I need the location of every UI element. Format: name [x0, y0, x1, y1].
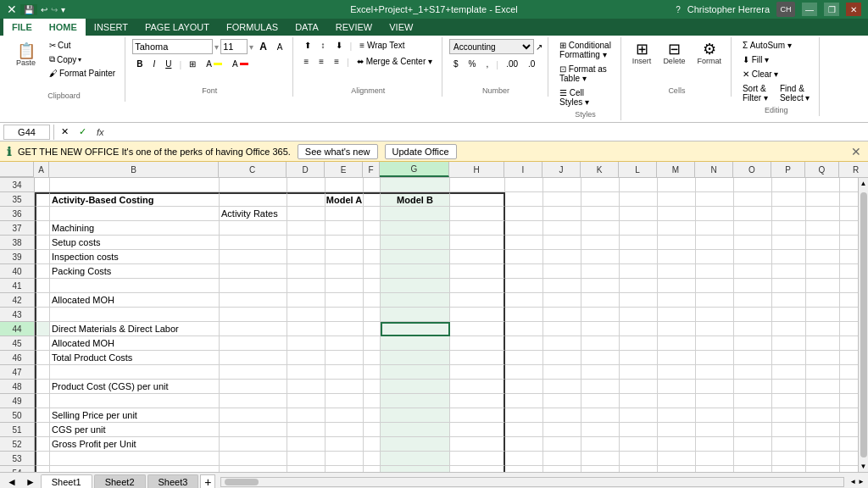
- cancel-formula-icon[interactable]: ✕: [58, 126, 72, 137]
- cell-H49[interactable]: [450, 394, 505, 408]
- cell-J36[interactable]: [543, 207, 581, 221]
- cell-O46[interactable]: [734, 351, 772, 365]
- row-header-40[interactable]: 40: [0, 264, 34, 279]
- cell-L34[interactable]: [620, 178, 658, 192]
- cell-C41[interactable]: [220, 279, 287, 293]
- row-header-34[interactable]: 34: [0, 178, 34, 192]
- cell-Q50[interactable]: [806, 408, 840, 423]
- cell-F53[interactable]: [364, 452, 381, 466]
- copy-button[interactable]: ⧉ Copy ▾: [45, 53, 120, 66]
- cell-J37[interactable]: [543, 221, 581, 236]
- cell-R40[interactable]: [840, 264, 858, 279]
- cell-O48[interactable]: [734, 380, 772, 394]
- percent-button[interactable]: %: [465, 58, 481, 70]
- col-header-E[interactable]: E: [325, 162, 363, 177]
- cell-C34[interactable]: [220, 178, 287, 192]
- middle-align-button[interactable]: ↕: [317, 39, 330, 52]
- cell-Q45[interactable]: [806, 336, 840, 351]
- cell-P48[interactable]: [772, 380, 806, 394]
- cell-A44[interactable]: [35, 322, 50, 336]
- cell-M39[interactable]: [658, 250, 696, 264]
- cell-P41[interactable]: [772, 279, 806, 293]
- cell-P39[interactable]: [772, 250, 806, 264]
- cell-B54[interactable]: [50, 466, 220, 472]
- cell-P49[interactable]: [772, 394, 806, 408]
- cell-B37[interactable]: Machining: [50, 221, 220, 236]
- cell-K38[interactable]: [581, 236, 620, 250]
- col-header-R[interactable]: R: [839, 162, 868, 177]
- cell-M46[interactable]: [658, 351, 696, 365]
- cell-J51[interactable]: [543, 423, 581, 437]
- cell-D52[interactable]: [287, 437, 326, 452]
- cell-A48[interactable]: [35, 380, 50, 394]
- cell-P35[interactable]: [772, 192, 806, 207]
- cell-N52[interactable]: [696, 437, 734, 452]
- paste-button[interactable]: 📋 Paste: [8, 39, 43, 90]
- cell-C46[interactable]: [220, 351, 287, 365]
- cell-B50[interactable]: Selling Price per unit: [50, 408, 220, 423]
- bottom-align-button[interactable]: ⬇: [331, 39, 347, 52]
- find-select-button[interactable]: Find &Select ▾: [776, 82, 815, 104]
- scroll-up-button[interactable]: ▲: [860, 180, 867, 187]
- cell-M49[interactable]: [658, 394, 696, 408]
- cell-I34[interactable]: [505, 178, 543, 192]
- cell-N35[interactable]: [696, 192, 734, 207]
- cell-I50[interactable]: [505, 408, 543, 423]
- cell-H44[interactable]: [450, 322, 505, 336]
- update-office-button[interactable]: Update Office: [385, 144, 457, 159]
- col-header-M[interactable]: M: [657, 162, 695, 177]
- cell-C54[interactable]: [220, 466, 287, 472]
- cell-H52[interactable]: [450, 437, 505, 452]
- cell-D49[interactable]: [287, 394, 326, 408]
- top-align-button[interactable]: ⬆: [300, 39, 315, 52]
- cell-Q34[interactable]: [806, 178, 840, 192]
- cell-I54[interactable]: [505, 466, 543, 472]
- cell-G52[interactable]: [381, 437, 450, 452]
- cell-L43[interactable]: [620, 308, 658, 322]
- cell-L48[interactable]: [620, 380, 658, 394]
- cell-K47[interactable]: [581, 365, 620, 380]
- h-scroll-right[interactable]: ►: [858, 478, 865, 485]
- cell-O47[interactable]: [734, 365, 772, 380]
- cell-B40[interactable]: Packing Costs: [50, 264, 220, 279]
- cell-P42[interactable]: [772, 293, 806, 308]
- cell-H34[interactable]: [450, 178, 505, 192]
- cell-B51[interactable]: CGS per unit: [50, 423, 220, 437]
- cell-N47[interactable]: [696, 365, 734, 380]
- cell-K51[interactable]: [581, 423, 620, 437]
- row-header-36[interactable]: 36: [0, 207, 34, 221]
- cell-I46[interactable]: [505, 351, 543, 365]
- cell-M47[interactable]: [658, 365, 696, 380]
- format-painter-button[interactable]: 🖌 Format Painter: [45, 67, 120, 80]
- cell-A50[interactable]: [35, 408, 50, 423]
- cell-J44[interactable]: [543, 322, 581, 336]
- cell-L44[interactable]: [620, 322, 658, 336]
- format-button[interactable]: ⚙ Format: [693, 39, 726, 68]
- cell-R41[interactable]: [840, 279, 858, 293]
- cell-A42[interactable]: [35, 293, 50, 308]
- cell-Q54[interactable]: [806, 466, 840, 472]
- cell-H39[interactable]: [450, 250, 505, 264]
- cell-M40[interactable]: [658, 264, 696, 279]
- cell-C40[interactable]: [220, 264, 287, 279]
- cell-G37[interactable]: [381, 221, 450, 236]
- cell-G43[interactable]: [381, 308, 450, 322]
- cell-E35[interactable]: Model A: [326, 192, 364, 207]
- cell-P34[interactable]: [772, 178, 806, 192]
- cell-C49[interactable]: [220, 394, 287, 408]
- cell-P50[interactable]: [772, 408, 806, 423]
- col-header-O[interactable]: O: [733, 162, 771, 177]
- cell-F40[interactable]: [364, 264, 381, 279]
- cell-L49[interactable]: [620, 394, 658, 408]
- cell-O53[interactable]: [734, 452, 772, 466]
- cell-L40[interactable]: [620, 264, 658, 279]
- cell-Q47[interactable]: [806, 365, 840, 380]
- cell-F42[interactable]: [364, 293, 381, 308]
- cell-Q46[interactable]: [806, 351, 840, 365]
- cell-E42[interactable]: [326, 293, 364, 308]
- cell-E43[interactable]: [326, 308, 364, 322]
- cell-O40[interactable]: [734, 264, 772, 279]
- cell-O42[interactable]: [734, 293, 772, 308]
- cell-R48[interactable]: [840, 380, 858, 394]
- cell-R52[interactable]: [840, 437, 858, 452]
